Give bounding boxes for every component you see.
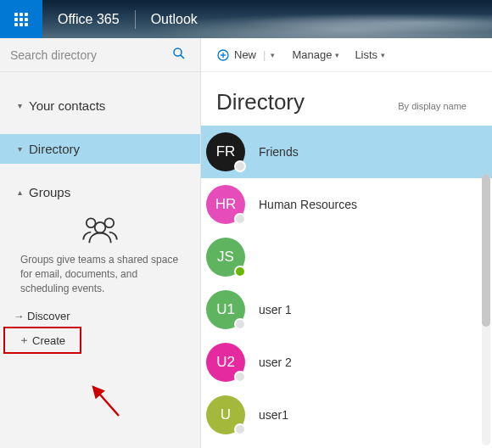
groups-description: Groups give teams a shared space for ema… [0,249,200,305]
chevron-up-icon: ▴ [10,188,29,197]
svg-point-4 [95,222,106,233]
avatar: U [206,395,245,434]
cmd-label: Lists [355,48,377,61]
presence-indicator [234,318,246,330]
app-name[interactable]: Outlook [136,12,213,27]
scrollbar-thumb[interactable] [482,174,490,327]
presence-indicator [234,213,246,225]
nav-groups[interactable]: ▴ Groups [0,177,200,207]
arrow-right-icon: → [10,310,27,322]
manage-button[interactable]: Manage ▾ [292,48,339,61]
waffle-icon [14,13,28,26]
contact-row[interactable]: JS [201,231,492,283]
avatar: FR [206,132,245,171]
cmd-label: Manage [292,48,332,61]
nav-label: Directory [29,142,80,156]
plus-circle-icon [216,48,230,62]
main-pane: New | ▾ Manage ▾ Lists ▾ Directory By di… [201,38,492,448]
suite-brand[interactable]: Office 365 [42,12,135,27]
chevron-down-icon: ▾ [271,51,275,59]
new-split-caret[interactable]: ▾ [267,51,275,59]
contact-name: user 2 [259,356,292,369]
groups-discover-link[interactable]: → Discover [0,305,200,327]
svg-point-0 [174,48,182,56]
page-title: Directory [216,89,305,115]
sort-label[interactable]: By display name [398,101,467,111]
contact-name: Human Resources [259,198,357,211]
avatar: U2 [206,343,245,382]
sidebar: ▾ Your contacts ▾ Directory ▴ Groups Gro… [0,38,201,448]
command-bar: New | ▾ Manage ▾ Lists ▾ [201,38,492,72]
avatar: JS [206,238,245,277]
avatar: HR [206,185,245,224]
presence-indicator [234,266,246,277]
search-row [0,38,200,72]
contact-row[interactable]: HRHuman Resources [201,178,492,231]
contact-name: user 1 [259,303,292,316]
groups-illustration [0,207,200,249]
contact-row[interactable]: Uuser1 [201,389,492,441]
presence-indicator [234,371,246,383]
presence-indicator [234,160,246,172]
nav-your-contacts[interactable]: ▾ Your contacts [0,91,200,120]
nav-label: Groups [29,185,70,199]
chevron-down-icon: ▾ [381,51,385,59]
nav-label: Your contacts [29,98,105,113]
contact-name: Friends [259,145,299,159]
link-label: Create [32,334,65,347]
cmd-label: New [234,48,256,61]
svg-point-2 [87,218,96,227]
chevron-down-icon: ▾ [10,144,29,154]
contact-list: FRFriendsHRHuman ResourcesJS U1user 1U2u… [201,126,492,448]
nav-directory[interactable]: ▾ Directory [0,134,200,164]
nav: ▾ Your contacts ▾ Directory ▴ Groups Gro… [0,72,200,354]
lists-button[interactable]: Lists ▾ [355,48,385,61]
contact-row[interactable]: U2user 2 [201,336,492,389]
link-label: Discover [27,310,70,322]
contact-row[interactable]: U1user 1 [201,283,492,336]
groups-create-link[interactable]: ＋ Create [3,327,81,354]
chevron-down-icon: ▾ [10,101,29,110]
contact-row[interactable]: FRFriends [201,126,492,178]
svg-line-1 [181,54,184,58]
plus-icon: ＋ [15,333,32,348]
divider: | [263,48,266,61]
contact-name: user1 [259,408,288,422]
svg-point-3 [104,218,114,227]
search-icon[interactable] [168,42,190,68]
app-launcher[interactable] [0,0,42,38]
chevron-down-icon: ▾ [335,51,339,59]
title-bar: Office 365 Outlook [0,0,492,38]
avatar: U1 [206,290,245,329]
new-button[interactable]: New [216,48,256,62]
scrollbar-track[interactable] [482,174,490,445]
pane-heading: Directory By display name [201,72,492,126]
search-input[interactable] [10,48,168,62]
presence-indicator [234,423,246,435]
